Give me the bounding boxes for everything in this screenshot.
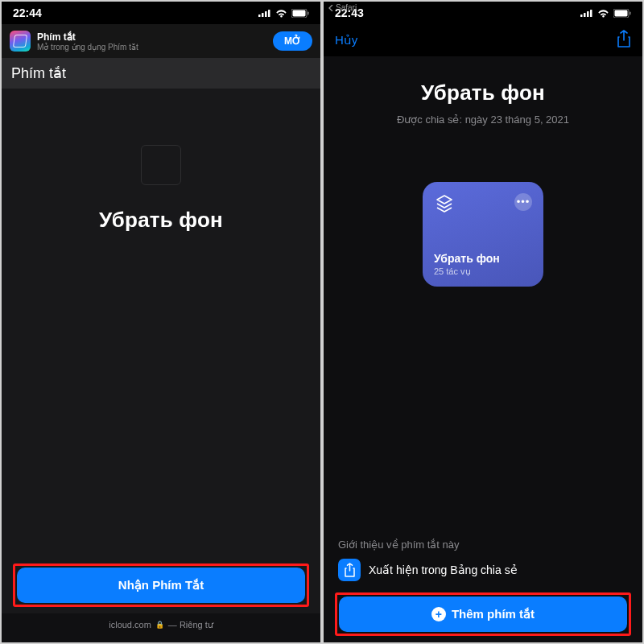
stack-icon <box>434 193 455 214</box>
modal-topbar: Hủy <box>324 24 642 56</box>
signal-icon <box>580 9 593 17</box>
card-more-button[interactable]: ••• <box>514 193 532 211</box>
url-domain: icloud.com <box>109 620 151 630</box>
status-bar: 22:44 <box>2 2 320 24</box>
annotation-highlight: + Thêm phím tắt <box>335 592 631 636</box>
wifi-icon <box>275 9 287 18</box>
safari-url-bar[interactable]: icloud.com 🔒 — Riêng tư <box>2 613 320 636</box>
svg-rect-7 <box>580 14 583 17</box>
status-bar: 22:43 <box>324 2 642 24</box>
get-shortcut-label: Nhận Phím Tắt <box>118 578 204 592</box>
bottom-area-right: + Thêm phím tắt <box>324 584 642 642</box>
share-sheet-icon <box>338 559 361 581</box>
svg-rect-5 <box>293 10 306 16</box>
status-icons <box>580 9 631 18</box>
svg-rect-8 <box>584 13 586 17</box>
app-banner-subtitle: Mở trong ứng dụng Phím tắt <box>37 43 266 52</box>
shortcuts-app-icon <box>10 31 31 52</box>
battery-icon <box>291 9 309 18</box>
about-heading: Giới thiệu về phím tắt này <box>338 539 628 551</box>
share-button[interactable] <box>617 30 631 51</box>
card-title: Убрать фон <box>434 252 532 265</box>
shortcut-title: Убрать фон <box>421 80 545 105</box>
shared-date: Được chia sẻ: ngày 23 tháng 5, 2021 <box>397 114 569 126</box>
back-to-app[interactable]: Safari <box>328 3 357 12</box>
cancel-button[interactable]: Hủy <box>335 33 357 47</box>
lock-icon: 🔒 <box>155 621 164 629</box>
back-to-app-label: Safari <box>336 3 357 12</box>
svg-rect-13 <box>630 11 631 14</box>
shortcut-name: Убрать фон <box>99 208 223 233</box>
svg-rect-9 <box>587 11 589 17</box>
annotation-highlight: Nhận Phím Tắt <box>13 564 309 607</box>
card-actions-count: 25 tác vụ <box>434 266 532 277</box>
app-banner-title: Phím tắt <box>37 31 266 43</box>
svg-rect-12 <box>615 10 628 16</box>
svg-rect-6 <box>308 11 309 14</box>
status-time: 22:44 <box>13 6 42 19</box>
about-row-sharesheet: Xuất hiện trong Bảng chia sẻ <box>338 559 628 581</box>
svg-rect-2 <box>265 11 267 17</box>
svg-rect-0 <box>258 14 261 17</box>
svg-rect-1 <box>262 13 264 17</box>
about-row-label: Xuất hiện trong Bảng chia sẻ <box>369 564 518 576</box>
url-privacy: — Riêng tư <box>168 620 213 630</box>
open-button[interactable]: MỞ <box>273 31 312 51</box>
app-banner: Phím tắt Mở trong ứng dụng Phím tắt MỞ <box>2 24 320 58</box>
plus-icon: + <box>431 607 446 621</box>
safari-toolbar <box>2 636 320 642</box>
nav-title: Phím tắt <box>2 58 320 89</box>
add-shortcut-label: Thêm phím tắt <box>452 607 535 621</box>
signal-icon <box>258 9 271 17</box>
wifi-icon <box>597 9 609 18</box>
battery-icon <box>613 9 631 18</box>
bottom-area-left: Nhận Phím Tắt <box>2 555 320 613</box>
svg-rect-10 <box>590 10 592 17</box>
about-section: Giới thiệu về phím tắt này Xuất hiện tro… <box>324 539 642 581</box>
content-right: Убрать фон Được chia sẻ: ngày 23 tháng 5… <box>324 56 642 584</box>
add-shortcut-button[interactable]: + Thêm phím tắt <box>339 597 627 632</box>
content-left: Убрать фон <box>2 89 320 555</box>
loading-placeholder-icon <box>141 145 181 185</box>
phone-right: Safari 22:43 Hủy Убрать фон Được chia sẻ… <box>324 2 642 642</box>
shortcut-card[interactable]: ••• Убрать фон 25 tác vụ <box>423 182 543 287</box>
app-banner-text: Phím tắt Mở trong ứng dụng Phím tắt <box>37 31 266 52</box>
phone-left: 22:44 Phím tắt Mở trong ứng dụng Phím tắ… <box>2 2 320 642</box>
status-icons <box>258 9 309 18</box>
get-shortcut-button[interactable]: Nhận Phím Tắt <box>17 568 305 603</box>
svg-rect-3 <box>268 10 270 17</box>
